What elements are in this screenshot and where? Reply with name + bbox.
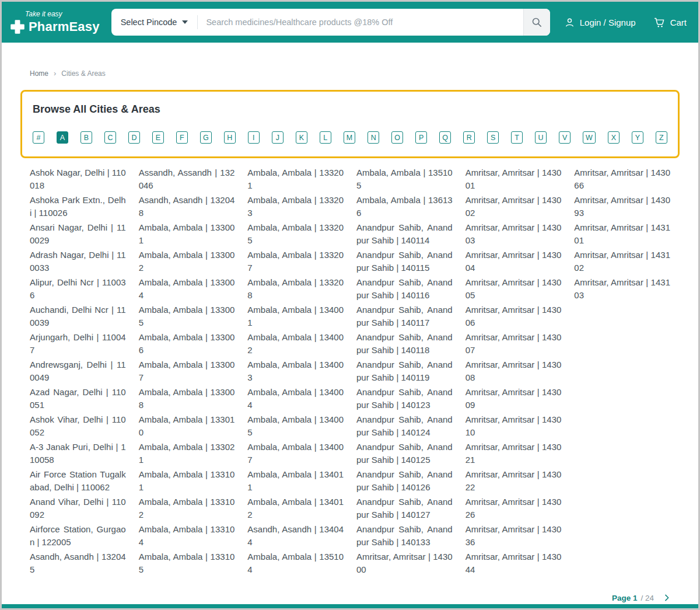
- letter-filter-w[interactable]: W: [583, 131, 596, 144]
- letter-filter-l[interactable]: L: [320, 131, 331, 144]
- city-area-link[interactable]: Amritsar, Amritsar | 143006: [466, 304, 562, 329]
- city-area-link[interactable]: Anandpur Sahib, Anandpur Sahib | 140117: [356, 304, 453, 329]
- city-area-link[interactable]: Arjungarh, Delhi | 110047: [30, 331, 126, 356]
- city-area-link[interactable]: Amritsar, Amritsar | 143000: [356, 550, 453, 576]
- city-area-link[interactable]: Ambala, Ambala | 133002: [139, 249, 235, 274]
- city-area-link[interactable]: Ashoka Park Extn., Delhi | 110026: [30, 194, 126, 219]
- letter-filter-o[interactable]: O: [391, 131, 403, 144]
- city-area-link[interactable]: Amritsar, Amritsar | 143010: [466, 413, 562, 438]
- city-area-link[interactable]: Auchandi, Delhi Ncr | 110039: [30, 304, 126, 329]
- city-area-link[interactable]: A-3 Janak Puri, Delhi | 110058: [30, 441, 126, 466]
- city-area-link[interactable]: Amritsar, Amritsar | 143008: [466, 358, 562, 384]
- letter-filter-g[interactable]: G: [200, 131, 212, 144]
- letter-filter-z[interactable]: Z: [656, 131, 667, 144]
- city-area-link[interactable]: Ambala, Ambala | 133101: [139, 468, 235, 493]
- cart-button[interactable]: Cart: [653, 16, 687, 29]
- city-area-link[interactable]: Amritsar, Amritsar | 143004: [466, 249, 562, 274]
- city-area-link[interactable]: Ambala, Ambala | 133102: [139, 496, 235, 521]
- letter-filter-f[interactable]: F: [176, 131, 188, 144]
- city-area-link[interactable]: Ambala, Ambala | 136136: [356, 194, 453, 219]
- letter-filter-m[interactable]: M: [344, 131, 355, 144]
- letter-filter-p[interactable]: P: [415, 131, 427, 144]
- letter-filter-r[interactable]: R: [463, 131, 475, 144]
- city-area-link[interactable]: Andrewsganj, Delhi | 110049: [30, 358, 126, 384]
- breadcrumb-home-link[interactable]: Home: [30, 69, 48, 78]
- city-area-link[interactable]: Amritsar, Amritsar | 143036: [466, 523, 562, 548]
- city-area-link[interactable]: Ashok Vihar, Delhi | 110052: [30, 413, 126, 438]
- city-area-link[interactable]: Ansari Nagar, Delhi | 110029: [30, 221, 126, 246]
- city-area-link[interactable]: Ambala, Ambala | 133004: [139, 276, 235, 301]
- city-area-link[interactable]: Ambala, Ambala | 134003: [247, 358, 344, 384]
- city-area-link[interactable]: Ashok Nagar, Delhi | 110018: [30, 166, 126, 191]
- city-area-link[interactable]: Anandpur Sahib, Anandpur Sahib | 140115: [356, 249, 453, 274]
- city-area-link[interactable]: Amritsar, Amritsar | 143102: [574, 249, 670, 274]
- city-area-link[interactable]: Ambala, Ambala | 133008: [139, 386, 235, 411]
- city-area-link[interactable]: Anandpur Sahib, Anandpur Sahib | 140127: [356, 496, 453, 521]
- city-area-link[interactable]: Ambala, Ambala | 134012: [247, 496, 344, 521]
- city-area-link[interactable]: Anandpur Sahib, Anandpur Sahib | 140116: [356, 276, 453, 301]
- city-area-link[interactable]: Amritsar, Amritsar | 143009: [466, 386, 562, 411]
- city-area-link[interactable]: Ambala, Ambala | 133203: [247, 194, 344, 219]
- search-input[interactable]: [198, 9, 523, 36]
- city-area-link[interactable]: Ambala, Ambala | 133201: [247, 166, 344, 191]
- next-page-button[interactable]: [662, 593, 671, 602]
- letter-filter-v[interactable]: V: [559, 131, 570, 144]
- city-area-link[interactable]: Asandh, Asandh | 134044: [247, 523, 344, 548]
- letter-filter-num[interactable]: #: [33, 131, 44, 144]
- city-area-link[interactable]: Ambala, Ambala | 134001: [247, 304, 344, 329]
- city-area-link[interactable]: Ambala, Ambala | 133021: [139, 441, 235, 466]
- city-area-link[interactable]: Ambala, Ambala | 134005: [247, 413, 344, 438]
- city-area-link[interactable]: Ambala, Ambala | 133006: [139, 331, 235, 356]
- city-area-link[interactable]: Ambala, Ambala | 133104: [139, 523, 235, 548]
- search-button[interactable]: [523, 9, 550, 36]
- city-area-link[interactable]: Amritsar, Amritsar | 143003: [466, 221, 562, 246]
- letter-filter-n[interactable]: N: [368, 131, 379, 144]
- city-area-link[interactable]: Assandh, Assandh | 132046: [139, 166, 235, 191]
- city-area-link[interactable]: Ambala, Ambala | 133205: [247, 221, 344, 246]
- city-area-link[interactable]: Anandpur Sahib, Anandpur Sahib | 140114: [356, 221, 453, 246]
- letter-filter-k[interactable]: K: [296, 131, 307, 144]
- pincode-selector[interactable]: Select Pincode: [111, 18, 198, 27]
- city-area-link[interactable]: Anandpur Sahib, Anandpur Sahib | 140125: [356, 441, 453, 466]
- letter-filter-x[interactable]: X: [608, 131, 620, 144]
- city-area-link[interactable]: Adrash Nagar, Delhi | 110033: [30, 249, 126, 274]
- city-area-link[interactable]: Ambala, Ambala | 133007: [139, 358, 235, 384]
- city-area-link[interactable]: Amritsar, Amritsar | 143026: [466, 496, 562, 521]
- letter-filter-a[interactable]: A: [57, 131, 68, 144]
- city-area-link[interactable]: Amritsar, Amritsar | 143103: [574, 276, 670, 301]
- letter-filter-e[interactable]: E: [152, 131, 164, 144]
- city-area-link[interactable]: Anandpur Sahib, Anandpur Sahib | 140126: [356, 468, 453, 493]
- letter-filter-j[interactable]: J: [272, 131, 284, 144]
- city-area-link[interactable]: Amritsar, Amritsar | 143093: [574, 194, 670, 219]
- city-area-link[interactable]: Ambala, Ambala | 133001: [139, 221, 235, 246]
- city-area-link[interactable]: Ambala, Ambala | 133010: [139, 413, 235, 438]
- city-area-link[interactable]: Amritsar, Amritsar | 143044: [466, 550, 562, 576]
- city-area-link[interactable]: Asandh, Asandh | 132045: [30, 550, 126, 576]
- login-signup-button[interactable]: Login / Signup: [564, 17, 636, 28]
- city-area-link[interactable]: Anandpur Sahib, Anandpur Sahib | 140133: [356, 523, 453, 548]
- city-area-link[interactable]: Asandh, Asandh | 132048: [139, 194, 235, 219]
- city-area-link[interactable]: Ambala, Ambala | 134007: [247, 441, 344, 466]
- city-area-link[interactable]: Amritsar, Amritsar | 143022: [466, 468, 562, 493]
- letter-filter-i[interactable]: I: [248, 131, 260, 144]
- city-area-link[interactable]: Anandpur Sahib, Anandpur Sahib | 140124: [356, 413, 453, 438]
- city-area-link[interactable]: Ambala, Ambala | 133005: [139, 304, 235, 329]
- city-area-link[interactable]: Ambala, Ambala | 133105: [139, 550, 235, 576]
- letter-filter-c[interactable]: C: [104, 131, 116, 144]
- letter-filter-b[interactable]: B: [80, 131, 92, 144]
- letter-filter-s[interactable]: S: [487, 131, 499, 144]
- city-area-link[interactable]: Ambala, Ambala | 135105: [356, 166, 453, 191]
- letter-filter-d[interactable]: D: [128, 131, 140, 144]
- city-area-link[interactable]: Amritsar, Amritsar | 143101: [574, 221, 670, 246]
- city-area-link[interactable]: Ambala, Ambala | 133208: [247, 276, 344, 301]
- pharmeasy-logo[interactable]: Take it easy PharmEasy: [10, 10, 100, 34]
- letter-filter-y[interactable]: Y: [632, 131, 643, 144]
- city-area-link[interactable]: Amritsar, Amritsar | 143002: [466, 194, 562, 219]
- city-area-link[interactable]: Amritsar, Amritsar | 143005: [466, 276, 562, 301]
- city-area-link[interactable]: Azad Nagar, Delhi | 110051: [30, 386, 126, 411]
- letter-filter-q[interactable]: Q: [439, 131, 451, 144]
- city-area-link[interactable]: Anandpur Sahib, Anandpur Sahib | 140123: [356, 386, 453, 411]
- city-area-link[interactable]: Airforce Station, Gurgaon | 122005: [30, 523, 126, 548]
- city-area-link[interactable]: Anandpur Sahib, Anandpur Sahib | 140118: [356, 331, 453, 356]
- city-area-link[interactable]: Anand Vihar, Delhi | 110092: [30, 496, 126, 521]
